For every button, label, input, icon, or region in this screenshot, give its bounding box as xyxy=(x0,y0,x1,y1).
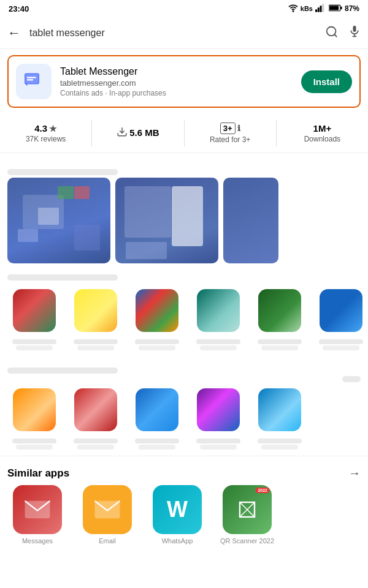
similar-app-label: QR Scanner 2022 xyxy=(220,537,274,545)
section1-header xyxy=(0,268,368,285)
stat-size: 5.6 MB xyxy=(92,120,184,146)
info-icon: ℹ xyxy=(237,124,240,133)
stat-age-label: Rated for 3+ xyxy=(210,135,250,144)
svg-rect-2 xyxy=(318,7,320,12)
mini-app-item[interactable] xyxy=(188,385,249,435)
stat-downloads-label: Downloads xyxy=(304,135,340,143)
similar-app-icon xyxy=(83,485,132,534)
mic-icon[interactable] xyxy=(348,25,361,40)
similar-app-item[interactable]: 2022 QR Scanner 2022 xyxy=(213,485,281,545)
mini-app-icon xyxy=(258,388,301,431)
mini-app-item[interactable] xyxy=(249,385,310,435)
similar-app-icon: W xyxy=(153,485,202,534)
svg-rect-16 xyxy=(27,79,34,80)
screenshots-blur-header xyxy=(0,163,368,178)
similar-app-item[interactable]: Messages xyxy=(4,485,71,545)
search-icon[interactable] xyxy=(325,25,339,40)
svg-rect-3 xyxy=(320,6,321,12)
app-card: Tablet Messenger tabletmessenger.com Con… xyxy=(7,55,361,108)
mini-app-item[interactable] xyxy=(310,285,368,336)
status-right: kBs 87% xyxy=(288,3,359,15)
star-icon: ★ xyxy=(49,124,57,134)
svg-rect-10 xyxy=(353,26,356,32)
mini-app-item[interactable] xyxy=(126,285,188,336)
status-bar: 23:40 kBs xyxy=(0,0,368,17)
app-url: tabletmessenger.com xyxy=(60,78,293,88)
stat-age-value: 3+ ℹ xyxy=(220,123,240,134)
app-meta: Contains ads · In-app purchases xyxy=(60,89,293,97)
screenshots-section xyxy=(0,156,368,268)
screenshots-row[interactable] xyxy=(0,178,368,263)
mini-app-icon xyxy=(74,388,117,431)
app-info: Tablet Messenger tabletmessenger.com Con… xyxy=(60,66,293,97)
wifi-icon xyxy=(288,3,298,15)
mini-app-icon xyxy=(13,388,56,431)
similar-app-label: Messages xyxy=(22,537,53,545)
mini-app-item[interactable] xyxy=(249,285,310,336)
svg-rect-15 xyxy=(27,77,36,78)
svg-rect-4 xyxy=(322,4,324,12)
stat-rating-label: 37K reviews xyxy=(26,135,66,143)
svg-point-8 xyxy=(327,27,336,36)
mini-apps-row-2 xyxy=(0,385,368,437)
stat-size-value: 5.6 MB xyxy=(117,126,159,139)
stat-rating-value: 4.3 ★ xyxy=(34,123,57,134)
mini-app-item[interactable] xyxy=(188,285,249,336)
section2-header xyxy=(0,361,368,385)
app-icon xyxy=(16,64,52,99)
mini-app-item[interactable] xyxy=(126,385,188,435)
mini-app-item[interactable] xyxy=(4,385,65,435)
mini-apps-labels-1 xyxy=(0,338,368,356)
mini-app-item[interactable] xyxy=(65,385,126,435)
stats-row: 4.3 ★ 37K reviews 5.6 MB 3+ ℹ Rated for xyxy=(0,114,368,153)
stat-age: 3+ ℹ Rated for 3+ xyxy=(185,120,277,146)
mini-app-icon xyxy=(136,289,178,332)
similar-title: Similar apps xyxy=(7,467,69,480)
similar-app-item[interactable]: W WhatsApp xyxy=(144,485,211,545)
similar-app-item[interactable]: Email xyxy=(74,485,141,545)
svg-rect-1 xyxy=(315,9,317,12)
stat-downloads-value: 1M+ xyxy=(313,123,332,134)
stat-rating: 4.3 ★ 37K reviews xyxy=(0,120,92,146)
similar-apps-header: Similar apps → xyxy=(0,456,368,485)
battery-icon xyxy=(329,4,342,13)
screenshot-1 xyxy=(7,178,110,263)
stat-downloads: 1M+ Downloads xyxy=(277,120,368,146)
mini-app-icon xyxy=(197,388,240,431)
svg-rect-14 xyxy=(26,74,39,83)
status-time: 23:40 xyxy=(9,4,29,13)
search-actions xyxy=(325,25,361,40)
svg-line-9 xyxy=(334,34,337,37)
mini-app-icon xyxy=(74,289,117,332)
mini-app-icon xyxy=(13,289,56,332)
app-name: Tablet Messenger xyxy=(60,66,293,77)
mini-app-icon xyxy=(197,289,240,332)
svg-rect-7 xyxy=(329,6,339,10)
similar-app-label: Email xyxy=(99,537,116,545)
mini-app-icon xyxy=(258,289,301,332)
search-bar[interactable]: ← tablet messenger xyxy=(0,17,368,49)
install-button[interactable]: Install xyxy=(301,70,352,93)
svg-rect-6 xyxy=(340,6,342,9)
similar-app-icon xyxy=(13,485,62,534)
search-query[interactable]: tablet messenger xyxy=(29,28,316,39)
download-icon-small xyxy=(117,126,128,139)
similar-apps-scroll: Messages Email W WhatsApp 2022 QR Scanne… xyxy=(0,485,368,552)
signal-icon: kBs xyxy=(301,5,313,12)
mini-app-item[interactable] xyxy=(4,285,65,336)
screenshot-2 xyxy=(115,178,218,263)
back-icon[interactable]: ← xyxy=(7,25,21,41)
mini-apps-row-1 xyxy=(0,285,368,338)
similar-app-icon: 2022 xyxy=(223,485,272,534)
signal-bars-icon xyxy=(315,4,326,14)
mini-app-icon xyxy=(136,388,178,431)
mini-apps-labels-2 xyxy=(0,437,368,456)
svg-point-0 xyxy=(293,10,293,11)
mini-app-icon xyxy=(320,289,362,332)
similar-arrow[interactable]: → xyxy=(348,466,361,480)
screenshot-3 xyxy=(223,178,278,263)
mini-app-item[interactable] xyxy=(65,285,126,336)
battery-percent: 87% xyxy=(345,4,359,13)
similar-app-label: WhatsApp xyxy=(162,537,193,545)
